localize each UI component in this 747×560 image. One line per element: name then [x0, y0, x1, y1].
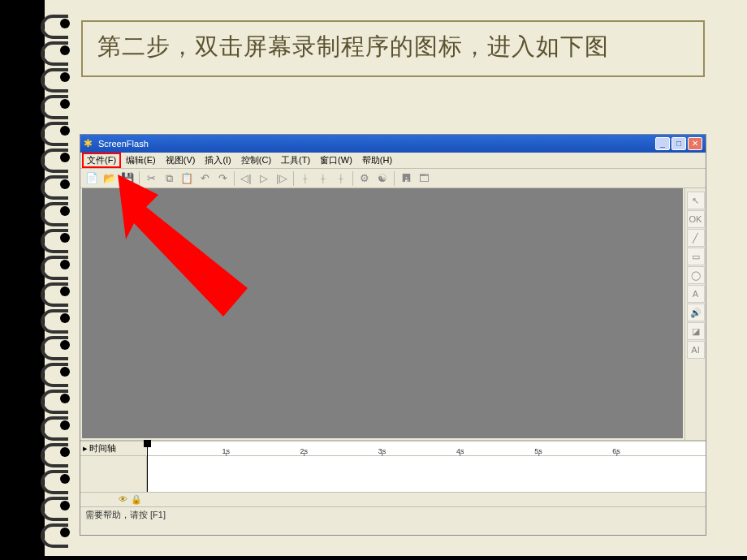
marker3-icon[interactable]: ⟊ [333, 170, 349, 187]
redo-icon[interactable]: ↷ [214, 170, 231, 187]
undo-icon[interactable]: ↶ [196, 170, 213, 187]
marker1-icon[interactable]: ⟊ [297, 170, 313, 187]
instruction-text: 第二步，双击屏幕录制程序的图标，进入如下图 [97, 33, 609, 59]
minimize-button[interactable]: _ [655, 137, 670, 150]
settings-icon[interactable]: 🗔 [416, 170, 432, 187]
instruction-box: 第二步，双击屏幕录制程序的图标，进入如下图 [81, 20, 705, 77]
eye-icon[interactable]: 👁 [119, 494, 127, 505]
window-title: ScreenFlash [98, 139, 654, 149]
menu-file[interactable]: 文件(F) [82, 153, 121, 168]
tick: 6s [612, 447, 620, 455]
copy-icon[interactable]: ⧉ [161, 170, 177, 187]
menu-edit[interactable]: 编辑(E) [121, 153, 161, 167]
tick: 2s [300, 447, 309, 455]
last-icon[interactable]: |▷ [274, 170, 290, 187]
pointer-icon[interactable]: ↖ [687, 192, 705, 209]
menu-view[interactable]: 视图(V) [161, 153, 201, 167]
tick: 5s [534, 447, 542, 455]
ellipse-icon[interactable]: ◯ [687, 266, 705, 284]
image-icon[interactable]: ◪ [687, 322, 705, 340]
tick: 4s [456, 447, 464, 455]
close-button[interactable]: ✕ [688, 137, 702, 150]
menu-window[interactable]: 窗口(W) [315, 153, 357, 167]
side-toolbar: ↖ OK ╱ ▭ ◯ A 🔊 ◪ AI [684, 188, 706, 440]
ai-icon[interactable]: AI [687, 341, 705, 359]
canvas-area[interactable] [82, 188, 683, 438]
play-icon[interactable]: ▷ [256, 170, 272, 187]
menu-control[interactable]: 控制(C) [236, 153, 276, 167]
sound-icon[interactable]: 🔊 [687, 304, 705, 321]
paste-icon[interactable]: 📋 [179, 170, 195, 187]
marker2-icon[interactable]: ⟊ [315, 170, 331, 187]
status-bar: 需要帮助，请按 [F1] [80, 506, 706, 523]
ok-button[interactable]: OK [687, 210, 705, 228]
new-icon[interactable]: 📄 [84, 170, 100, 187]
status-text: 需要帮助，请按 [F1] [85, 510, 166, 519]
timeline-layers[interactable] [80, 456, 147, 492]
rect-icon[interactable]: ▭ [687, 248, 705, 265]
timeline-ruler[interactable]: 1s 2s 3s 4s 5s 6s [147, 442, 706, 455]
cut-icon[interactable]: ✂ [143, 170, 159, 187]
tool1-icon[interactable]: ⚙ [356, 170, 373, 187]
export-icon[interactable]: 🖪 [398, 170, 414, 187]
lock-icon[interactable]: 🔒 [131, 494, 142, 505]
menu-tools[interactable]: 工具(T) [276, 153, 315, 167]
menu-bar: 文件(F) 编辑(E) 视图(V) 插入(I) 控制(C) 工具(T) 窗口(W… [80, 153, 706, 169]
line-icon[interactable]: ╱ [687, 229, 705, 247]
first-icon[interactable]: ◁| [238, 170, 254, 187]
tick: 1s [222, 447, 230, 455]
tool2-icon[interactable]: ☯ [374, 170, 391, 187]
timeline-panel: ▸时间轴 1s 2s 3s 4s 5s 6s 👁 🔒 [80, 440, 706, 506]
maximize-button[interactable]: □ [671, 137, 686, 150]
menu-insert[interactable]: 插入(I) [200, 153, 235, 167]
tick: 3s [378, 447, 386, 455]
timeline-label: ▸时间轴 [80, 442, 147, 454]
save-icon[interactable]: 💾 [119, 170, 136, 187]
workspace: ↖ OK ╱ ▭ ◯ A 🔊 ◪ AI [80, 188, 706, 440]
toolbar: 📄 📂 💾 ✂ ⧉ 📋 ↶ ↷ ◁| ▷ |▷ ⟊ ⟊ ⟊ ⚙ ☯ 🖪 🗔 [80, 169, 706, 188]
timeline-track[interactable] [147, 456, 706, 492]
text-icon[interactable]: A [687, 285, 705, 303]
spiral-binding [41, 15, 73, 550]
menu-help[interactable]: 帮助(H) [357, 153, 397, 167]
app-window: ✱ ScreenFlash _ □ ✕ 文件(F) 编辑(E) 视图(V) 插入… [80, 134, 706, 536]
title-bar[interactable]: ✱ ScreenFlash _ □ ✕ [80, 135, 706, 153]
playhead[interactable] [147, 442, 148, 492]
app-icon: ✱ [84, 138, 95, 149]
open-icon[interactable]: 📂 [101, 170, 118, 187]
